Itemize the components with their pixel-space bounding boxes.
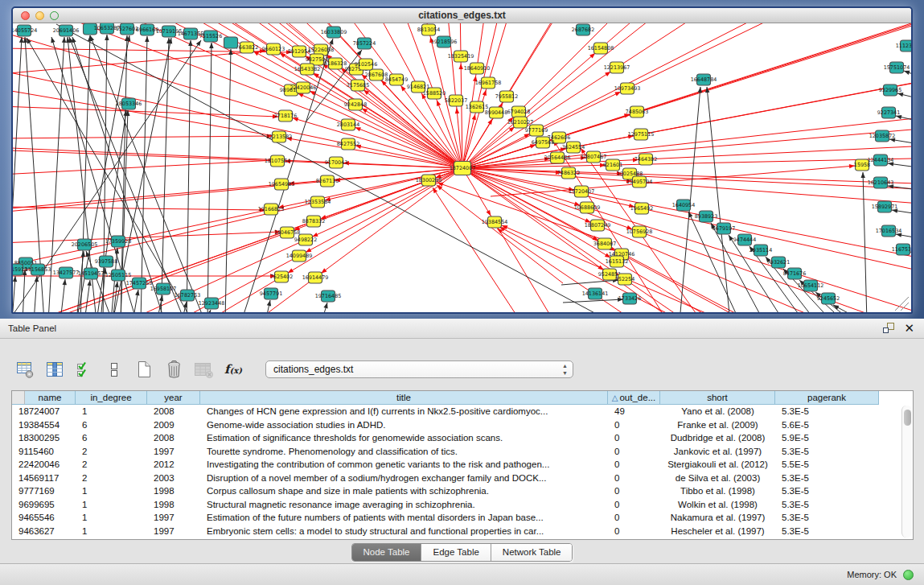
network-node[interactable]: 9242848 [344,99,367,110]
network-node[interactable]: 19218596 [431,36,458,47]
network-node[interactable]: 14136141 [582,288,609,299]
network-node[interactable]: 7625402 [270,271,293,282]
table-vertical-scrollbar[interactable] [901,406,912,538]
network-node[interactable]: 9227341 [877,107,900,118]
zoom-window-button[interactable] [50,11,59,20]
column-header-pagerank[interactable]: pagerank [775,391,879,405]
network-node[interactable]: 2803144 [337,119,359,130]
svg-text:15720407: 15720407 [569,188,595,195]
float-panel-icon[interactable] [882,322,895,337]
network-node[interactable]: 7464382 [634,154,657,165]
column-header-title[interactable]: title [200,391,608,405]
tab-edge-table[interactable]: Edge Table [421,544,491,561]
select-all-icon[interactable] [74,359,95,380]
minimize-window-button[interactable] [35,11,44,20]
network-node[interactable]: 7955812 [495,91,518,102]
table-row[interactable]: 969969511998Structural magnetic resonanc… [12,498,901,512]
network-node[interactable]: 8471676 [783,268,806,279]
tab-network-table[interactable]: Network Table [491,544,573,561]
network-node[interactable]: 9457791 [260,288,282,299]
network-node[interactable]: 3175685 [347,80,369,91]
memory-status-dot[interactable] [903,570,914,580]
network-canvas[interactable]: 8813054183254191864091016961758795581258… [13,23,911,312]
network-node[interactable]: 16154808 [588,43,614,54]
table-row[interactable]: 946554611997Estimation of the future num… [12,511,901,525]
column-header-outde[interactable]: △out_de... [608,391,660,405]
table-row[interactable]: 977716911998Corpus callosum shape and si… [12,484,901,498]
network-node[interactable]: 7932621 [767,257,790,268]
table-selector[interactable]: citations_edges.txt ▲▼ [265,360,573,378]
traffic-lights [21,11,59,20]
network-node[interactable]: 1112304 [896,40,911,51]
network-node[interactable]: 19166825 [258,204,285,215]
close-window-button[interactable] [21,11,30,20]
network-node[interactable]: 12213582 [266,131,293,142]
unselect-all-icon[interactable] [104,359,125,380]
column-settings-icon[interactable] [14,359,35,380]
network-node[interactable]: 8267130 [316,175,339,187]
network-node[interactable]: 252254 [615,274,634,285]
network-node[interactable]: 16961758 [475,77,502,89]
network-node[interactable]: 16648784 [691,74,717,85]
table-row[interactable]: 1456911722003Disruption of a novel membe… [12,472,901,485]
column-header-indegree[interactable]: in_degree [76,391,147,405]
column-header-year[interactable]: year [147,391,200,405]
table-row[interactable]: 1872400712008Changes of HCN gene express… [12,405,901,418]
network-node[interactable]: 8454749 [385,74,408,85]
show-columns-icon[interactable] [44,359,65,380]
network-node[interactable]: 9397588 [95,256,117,267]
new-table-icon[interactable] [133,359,154,380]
table-row[interactable]: 911546021997Tourette syndrome. Phenomeno… [12,445,901,459]
network-node[interactable]: 19716485 [315,290,342,302]
network-node[interactable]: 12923448 [199,298,225,309]
network-node[interactable]: 9474444 [733,234,756,245]
network-node[interactable]: 20206505 [72,239,98,250]
network-node[interactable]: 8878332 [302,216,325,227]
window-title: citations_edges.txt [418,10,506,21]
network-node[interactable]: 9170043 [325,157,347,168]
network-node[interactable]: 19654985 [269,179,295,190]
table-row[interactable]: 1830029562008Estimation of significance … [12,431,901,445]
network-node[interactable]: 1640954 [672,200,695,211]
network-node[interactable]: 16958107 [150,283,177,295]
tab-node-table[interactable]: Node Table [352,544,422,561]
svg-text:16961758: 16961758 [475,80,502,86]
column-header-short[interactable]: short [660,391,775,405]
network-node[interactable]: 621601 [603,159,622,171]
network-node[interactable]: 18107554 [265,155,291,167]
network-node[interactable]: 12353584 [305,196,331,208]
table-row[interactable]: 946362711997Embryonic stem cells: a mode… [12,525,901,538]
network-node[interactable]: 14055724 [13,25,37,36]
network-node[interactable]: 2935114 [749,245,772,256]
network-node[interactable]: 8427552 [337,138,359,150]
scrollbar-thumb[interactable] [904,410,911,426]
network-node[interactable]: 16033809 [321,27,347,38]
svg-text:11156853: 11156853 [25,266,51,273]
svg-text:1965492: 1965492 [630,205,653,212]
delete-icon[interactable] [163,359,184,380]
svg-text:16210227: 16210227 [507,119,534,126]
table-row[interactable]: 2242004622012Investigating the contribut… [12,458,901,472]
network-node[interactable]: 16914479 [302,272,329,283]
close-panel-icon[interactable]: ✕ [904,319,914,337]
network-node[interactable] [224,37,238,48]
function-builder-icon[interactable]: f(x) [223,359,244,380]
network-node[interactable]: 8813054 [417,24,440,35]
network-node[interactable]: 1965492 [630,203,653,214]
network-node[interactable]: 12213967 [604,62,630,73]
network-node[interactable]: 13427577 [53,267,80,278]
network-window-titlebar[interactable]: citations_edges.txt [13,8,911,23]
network-node[interactable]: 2718176 [274,110,297,122]
network-node[interactable]: 6794028 [507,106,530,117]
network-node[interactable]: 1167533 [892,244,911,255]
network-node[interactable]: 17359928 [105,236,132,247]
network-node[interactable]: 8938923 [695,211,717,222]
network-node[interactable]: 16782753 [175,290,201,301]
column-header-name[interactable]: name [25,391,76,405]
network-node[interactable]: 18640910 [464,63,491,74]
table-row[interactable]: 1938455462009Genome-wide association stu… [12,418,901,432]
network-node[interactable]: 2687682 [572,24,594,35]
network-node[interactable]: 5822037 [445,95,467,106]
network-node[interactable]: 12505115 [105,270,132,281]
network-node[interactable]: 12975115 [628,129,655,140]
